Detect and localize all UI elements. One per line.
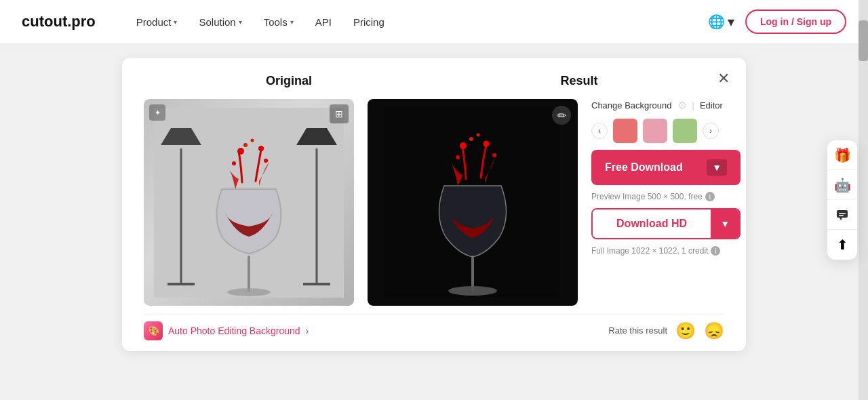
nav-right: 🌐 ▾ Log in / Sign up xyxy=(708,9,846,34)
svg-marker-25 xyxy=(840,218,842,220)
auto-edit-icon: 🎨 xyxy=(144,321,163,340)
chevron-down-icon: ▾ xyxy=(728,14,734,30)
change-background-label[interactable]: Change Background xyxy=(591,100,672,111)
info-icon[interactable]: i xyxy=(705,192,715,201)
right-panel: Change Background ⚙ | Editor ‹ › Free Do… xyxy=(591,99,741,256)
scrollbar-thumb[interactable] xyxy=(859,20,868,61)
swatch-3[interactable] xyxy=(673,119,697,143)
result-image-panel: ✏ xyxy=(368,99,578,306)
download-hd-button[interactable]: Download HD xyxy=(593,209,711,238)
scrollbar[interactable] xyxy=(859,0,868,400)
swatches-row: ‹ › xyxy=(591,119,741,143)
nav-item-api[interactable]: API xyxy=(307,11,340,33)
svg-point-9 xyxy=(237,148,244,155)
upload-button[interactable]: ⬆ xyxy=(827,230,857,260)
result-label: Result xyxy=(560,74,597,87)
login-button[interactable]: Log in / Sign up xyxy=(745,9,846,34)
original-corner-icon: ✦ xyxy=(149,104,165,121)
free-download-button[interactable]: Free Download ▼ xyxy=(591,150,741,185)
card-bottom: 🎨 Auto Photo Editing Background › Rate t… xyxy=(144,314,724,340)
top-actions-row: Change Background ⚙ | Editor xyxy=(591,99,741,112)
main-content: Original Result ✕ xyxy=(0,44,868,400)
navbar: cutout.pro Product ▾ Solution ▾ Tools ▾ … xyxy=(0,0,868,44)
swatch-next-button[interactable]: › xyxy=(703,123,719,139)
chevron-down-icon: ▾ xyxy=(174,18,177,26)
chevron-down-icon: ▾ xyxy=(290,18,294,26)
nav-item-product[interactable]: Product ▾ xyxy=(128,11,186,33)
editor-link[interactable]: Editor xyxy=(700,100,723,111)
images-row: ✦ ⊞ xyxy=(144,99,724,306)
gift-button[interactable]: 🎁 xyxy=(827,140,857,170)
svg-point-12 xyxy=(264,159,268,163)
svg-rect-26 xyxy=(839,213,846,214)
svg-point-10 xyxy=(258,146,264,151)
svg-point-17 xyxy=(448,286,497,296)
svg-point-13 xyxy=(243,143,248,147)
svg-point-20 xyxy=(456,155,460,159)
svg-point-11 xyxy=(232,161,236,165)
swatch-1[interactable] xyxy=(613,119,637,143)
avatar-button[interactable]: 🤖 xyxy=(827,170,857,200)
chevron-down-icon: ▾ xyxy=(239,18,242,26)
original-label: Original xyxy=(266,74,312,87)
editor-card: Original Result ✕ xyxy=(122,58,746,351)
nav-item-tools[interactable]: Tools ▾ xyxy=(256,11,302,33)
download-hd-container: Download HD ▼ xyxy=(591,208,741,239)
chevron-right-icon: › xyxy=(306,325,309,336)
svg-point-18 xyxy=(460,142,467,149)
thumbs-up-button[interactable]: 🙂 xyxy=(675,321,696,340)
crop-icon[interactable]: ⊞ xyxy=(330,104,349,123)
svg-rect-27 xyxy=(839,215,844,216)
auto-edit-link[interactable]: 🎨 Auto Photo Editing Background › xyxy=(144,321,309,340)
svg-point-19 xyxy=(484,140,490,146)
close-button[interactable]: ✕ xyxy=(717,70,730,87)
dropdown-arrow-icon: ▼ xyxy=(707,159,727,176)
translate-icon: 🌐 xyxy=(708,14,725,30)
settings-icon: ⚙ xyxy=(677,99,687,112)
language-button[interactable]: 🌐 ▾ xyxy=(708,14,734,30)
rate-label: Rate this result xyxy=(608,325,667,337)
svg-point-22 xyxy=(469,137,473,141)
svg-point-23 xyxy=(477,133,480,136)
full-info-icon[interactable]: i xyxy=(711,246,720,256)
site-logo[interactable]: cutout.pro xyxy=(22,13,96,31)
nav-item-pricing[interactable]: Pricing xyxy=(345,11,393,33)
svg-point-14 xyxy=(251,138,254,142)
download-hd-dropdown[interactable]: ▼ xyxy=(711,209,739,238)
svg-point-21 xyxy=(492,153,496,157)
full-image-info: Full Image 1022 × 1022, 1 credit i xyxy=(591,246,741,256)
svg-point-8 xyxy=(227,288,271,296)
preview-info: Preview Image 500 × 500, free i xyxy=(591,192,741,201)
nav-links: Product ▾ Solution ▾ Tools ▾ API Pricing xyxy=(128,11,708,33)
original-image-panel: ✦ ⊞ xyxy=(144,99,354,306)
swatch-2[interactable] xyxy=(643,119,667,143)
thumbs-down-button[interactable]: 😞 xyxy=(704,321,724,340)
swatch-prev-button[interactable]: ‹ xyxy=(591,123,608,139)
speech-bubble-icon xyxy=(835,208,849,222)
side-floating-panel: 🎁 🤖 ⬆ xyxy=(827,140,857,260)
feedback-button[interactable] xyxy=(827,200,857,230)
nav-item-solution[interactable]: Solution ▾ xyxy=(191,11,250,33)
rate-section: Rate this result 🙂 😞 xyxy=(608,321,724,340)
original-image xyxy=(144,99,354,306)
result-image xyxy=(368,99,578,306)
card-header: Original Result ✕ xyxy=(144,74,724,88)
eraser-icon[interactable]: ✏ xyxy=(552,106,571,125)
